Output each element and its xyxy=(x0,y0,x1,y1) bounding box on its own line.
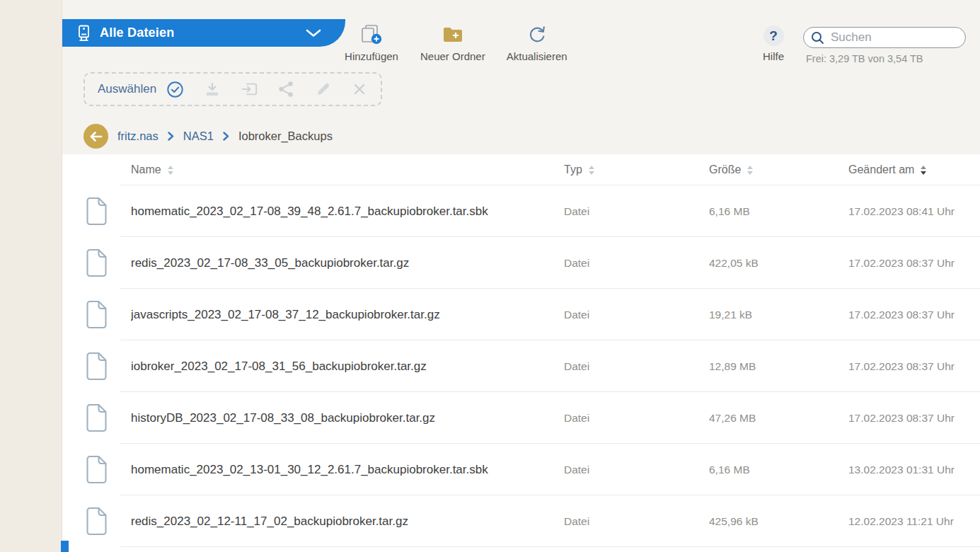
file-modified: 17.02.2023 08:41 Uhr xyxy=(840,205,980,218)
move-to-folder-icon[interactable] xyxy=(241,81,258,98)
file-row[interactable]: javascripts_2023_02_17-08_37_12_backupio… xyxy=(62,289,980,340)
sort-arrows-icon[interactable] xyxy=(589,166,594,175)
file-modified: 17.02.2023 08:37 Uhr xyxy=(840,257,980,270)
breadcrumb: fritz.nas NAS1 Iobroker_Backups xyxy=(83,124,333,149)
help-button-label: Hilfe xyxy=(763,50,784,62)
file-name: iobroker_2023_02_17-08_31_56_backupiobro… xyxy=(131,360,555,374)
add-button-label: Hinzufügen xyxy=(345,50,398,62)
chevron-right-icon xyxy=(223,132,229,141)
storage-free-label: Frei: 3,29 TB von 3,54 TB xyxy=(803,53,966,64)
file-type: Datei xyxy=(555,464,701,476)
file-modified: 17.02.2023 08:37 Uhr xyxy=(840,309,980,321)
table-body: homematic_2023_02_17-08_39_48_2.61.7_bac… xyxy=(62,185,980,547)
nas-device-icon xyxy=(76,25,91,42)
add-button[interactable]: Hinzufügen xyxy=(344,24,399,62)
file-table: NameTypGrößeGeändert am homematic_2023_0… xyxy=(62,154,980,547)
file-modified: 13.02.2023 01:31 Uhr xyxy=(840,464,980,476)
file-icon xyxy=(62,403,131,432)
file-modified: 17.02.2023 08:37 Uhr xyxy=(840,412,980,425)
search-area: Frei: 3,29 TB von 3,54 TB xyxy=(803,27,966,64)
file-row[interactable]: historyDB_2023_02_17-08_33_08_backupiobr… xyxy=(62,392,980,444)
search-icon xyxy=(811,31,824,45)
download-icon[interactable] xyxy=(204,81,221,98)
top-bar: Alle Dateien Hinzufügen xyxy=(62,0,980,154)
breadcrumb-item-nas1[interactable]: NAS1 xyxy=(183,130,214,143)
file-icon xyxy=(62,197,131,226)
file-size: 6,16 MB xyxy=(701,205,840,218)
file-type: Datei xyxy=(555,412,701,425)
edit-icon[interactable] xyxy=(314,81,331,98)
file-icon xyxy=(62,248,131,277)
fritz-nas-app: Alle Dateien Hinzufügen xyxy=(62,0,980,552)
partial-bottom-element xyxy=(61,541,69,552)
file-row[interactable]: homematic_2023_02_17-08_39_48_2.61.7_bac… xyxy=(62,185,980,237)
delete-icon[interactable] xyxy=(351,81,368,98)
back-button[interactable] xyxy=(83,124,108,149)
file-row[interactable]: redis_2023_02_12-11_17_02_backupiobroker… xyxy=(62,495,980,547)
file-size: 425,96 kB xyxy=(701,515,840,528)
view-tab-label: Alle Dateien xyxy=(100,25,306,40)
chevron-right-icon xyxy=(168,132,174,141)
file-type: Datei xyxy=(555,515,701,528)
file-name: redis_2023_02_17-08_33_05_backupiobroker… xyxy=(131,256,555,270)
refresh-button[interactable]: Aktualisieren xyxy=(507,24,567,62)
help-icon: ? xyxy=(763,25,784,46)
select-button[interactable]: Auswählen xyxy=(98,82,156,96)
new-folder-button-label: Neuer Ordner xyxy=(420,50,485,62)
chevron-down-icon xyxy=(306,29,321,38)
file-size: 422,05 kB xyxy=(701,257,840,270)
file-icon xyxy=(62,300,131,329)
file-icon xyxy=(62,455,131,484)
file-icon xyxy=(62,507,131,536)
file-name: homematic_2023_02_13-01_30_12_2.61.7_bac… xyxy=(131,463,555,477)
file-icon xyxy=(62,352,131,381)
file-name: homematic_2023_02_17-08_39_48_2.61.7_bac… xyxy=(131,205,555,219)
column-header-typ[interactable]: Typ xyxy=(555,163,701,176)
file-type: Datei xyxy=(555,257,701,270)
file-name: historyDB_2023_02_17-08_33_08_backupiobr… xyxy=(131,411,555,425)
file-name: redis_2023_02_12-11_17_02_backupiobroker… xyxy=(131,514,555,529)
arrow-left-icon xyxy=(89,131,103,142)
file-row[interactable]: iobroker_2023_02_17-08_31_56_backupiobro… xyxy=(62,340,980,392)
toolbar-actions: Hinzufügen Neuer Ordner xyxy=(344,24,567,62)
column-header-groesse[interactable]: Größe xyxy=(701,163,840,176)
new-folder-icon xyxy=(442,24,463,45)
selection-toolbar: Auswählen xyxy=(83,72,382,106)
sort-arrows-icon[interactable] xyxy=(747,166,753,175)
table-header: NameTypGrößeGeändert am xyxy=(62,154,980,185)
file-row[interactable]: homematic_2023_02_13-01_30_12_2.61.7_bac… xyxy=(62,444,980,495)
file-name: javascripts_2023_02_17-08_37_12_backupio… xyxy=(131,308,555,322)
add-files-icon xyxy=(359,24,384,45)
refresh-button-label: Aktualisieren xyxy=(507,50,567,62)
column-header-name[interactable]: Name xyxy=(131,163,555,176)
file-row[interactable]: redis_2023_02_17-08_33_05_backupiobroker… xyxy=(62,237,980,289)
new-folder-button[interactable]: Neuer Ordner xyxy=(420,24,485,62)
breadcrumb-item-current: Iobroker_Backups xyxy=(238,130,333,143)
selection-action-icons xyxy=(204,81,368,98)
file-type: Datei xyxy=(555,360,701,373)
column-header-geaendert[interactable]: Geändert am xyxy=(840,163,980,176)
file-size: 47,26 MB xyxy=(701,412,840,425)
view-selector-tab[interactable]: Alle Dateien xyxy=(62,19,345,47)
help-button[interactable]: ? Hilfe xyxy=(756,25,791,62)
file-type: Datei xyxy=(555,205,701,218)
file-size: 19,21 kB xyxy=(701,309,840,321)
check-circle-icon[interactable] xyxy=(166,81,184,98)
left-margin-strip xyxy=(0,0,62,552)
file-size: 12,89 MB xyxy=(701,360,840,373)
file-size: 6,16 MB xyxy=(701,464,840,476)
sort-arrows-icon[interactable] xyxy=(921,166,926,175)
refresh-icon xyxy=(528,24,546,45)
share-icon[interactable] xyxy=(277,81,294,98)
breadcrumb-item-root[interactable]: fritz.nas xyxy=(117,130,158,143)
sort-arrows-icon[interactable] xyxy=(168,166,173,175)
search-input[interactable] xyxy=(803,27,966,48)
file-modified: 17.02.2023 08:37 Uhr xyxy=(840,360,980,373)
file-type: Datei xyxy=(555,309,701,321)
file-modified: 12.02.2023 11:21 Uhr xyxy=(840,515,980,528)
